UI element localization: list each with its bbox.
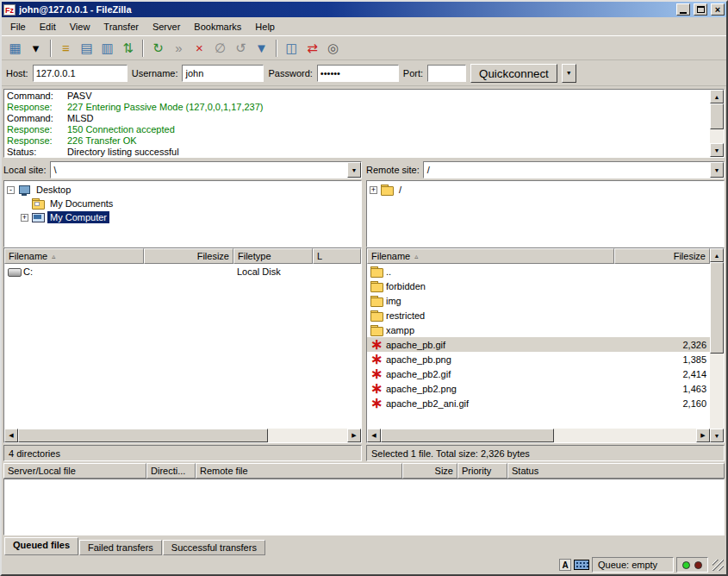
refresh-button[interactable]: ↻ [148,38,168,58]
password-input[interactable] [317,65,399,82]
tree-expander-icon[interactable]: - [7,186,15,194]
file-row[interactable]: xampp [367,322,710,337]
scroll-thumb[interactable] [710,262,724,354]
sync-browsing-button[interactable]: ⇄ [302,38,322,58]
remote-site-combobox[interactable]: / [423,161,725,178]
scroll-right-button[interactable] [347,429,361,442]
local-site-dropdown-button[interactable] [347,162,361,178]
scroll-left-button[interactable] [367,429,381,442]
process-queue-button[interactable]: » [169,38,189,58]
tree-expander-icon[interactable]: + [21,214,28,222]
scroll-up-button[interactable] [710,90,724,103]
message-log-toggle-button[interactable]: ≡ [56,38,76,58]
column-header-filesize[interactable]: Filesize [614,248,710,264]
resize-grip[interactable] [712,560,724,571]
column-header-l[interactable]: L [313,248,361,264]
column-header-directi[interactable]: Directi... [146,463,196,479]
minimize-button[interactable] [676,3,690,16]
menu-item-file[interactable]: File [3,19,33,34]
scroll-thumb[interactable] [18,429,268,442]
scroll-track[interactable] [381,429,696,442]
receive-activity-led-icon [682,561,690,569]
username-label: Username: [132,68,178,78]
remote-tree-toggle-button[interactable]: ▥ [97,38,117,58]
scroll-track[interactable] [710,103,724,143]
scroll-right-button[interactable] [696,429,710,442]
host-input[interactable] [33,65,128,82]
column-header-remote-file[interactable]: Remote file [196,463,402,479]
file-row[interactable]: apache_pb2.png1,463 [367,381,710,396]
menu-item-bookmarks[interactable]: Bookmarks [187,19,248,34]
file-row[interactable]: apache_pb.gif2,326 [367,337,710,352]
file-row[interactable]: restricted [367,308,710,322]
local-site-combobox[interactable]: \ [50,161,362,178]
file-row[interactable]: apache_pb.png1,385 [367,352,710,366]
filename-text: apache_pb.png [386,354,451,365]
file-row[interactable]: .. [367,264,710,279]
site-manager-dropdown-button[interactable]: ▾ [26,38,46,58]
log-scrollbar[interactable] [710,90,724,157]
remote-vscrollbar[interactable] [710,248,724,442]
close-button[interactable]: × [711,3,725,16]
tree-item[interactable]: -Desktop [4,183,361,197]
remote-site-dropdown-button[interactable] [710,162,724,178]
column-header-status[interactable]: Status [507,463,725,479]
quickconnect-button[interactable]: Quickconnect [470,64,557,83]
username-input[interactable] [182,65,264,82]
image-icon [370,339,383,350]
scroll-track[interactable] [710,262,724,429]
menu-item-transfer[interactable]: Transfer [96,19,146,34]
file-row[interactable]: C:Local Disk [4,264,361,279]
filesize-cell: 1,385 [614,354,710,365]
transfer-queue-toggle-button[interactable]: ⇅ [118,38,138,58]
remote-hscrollbar[interactable] [367,429,710,442]
scroll-thumb[interactable] [381,429,554,442]
file-row[interactable]: apache_pb2_ani.gif2,160 [367,396,710,410]
disconnect-button[interactable]: ∅ [210,38,230,58]
file-row[interactable]: apache_pb2.gif2,414 [367,366,710,381]
site-manager-button[interactable]: ▦ [5,38,25,58]
scroll-down-button[interactable] [710,143,724,157]
filename-text: apache_pb2.gif [386,369,451,379]
local-hscrollbar[interactable] [4,429,361,442]
column-header-filename[interactable]: Filename [4,248,144,264]
tree-item[interactable]: +My Documents [4,197,361,210]
titlebar[interactable]: Fz john@127.0.0.1 - FileZilla × [2,2,726,17]
quickconnect-dropdown-button[interactable] [562,64,576,83]
filter-button[interactable]: ▼ [252,38,271,58]
filename-cell: restricted [367,310,614,322]
cancel-button[interactable]: × [190,38,209,58]
menu-item-server[interactable]: Server [146,19,187,34]
menu-item-help[interactable]: Help [248,19,282,34]
filename-cell: forbidden [367,280,614,292]
maximize-button[interactable] [694,3,707,16]
menu-item-edit[interactable]: Edit [33,19,63,34]
scroll-thumb[interactable] [710,103,724,129]
menu-item-view[interactable]: View [63,19,97,34]
local-status-bar: 4 directories [3,445,362,461]
file-row[interactable]: img [367,293,710,308]
scroll-up-button[interactable] [710,248,724,262]
scroll-down-button[interactable] [710,429,724,442]
scroll-track[interactable] [18,429,347,442]
file-row[interactable]: forbidden [367,279,710,293]
tab-queued-files[interactable]: Queued files [4,537,78,555]
scroll-left-button[interactable] [4,429,18,442]
local-tree-toggle-button[interactable]: ▤ [77,38,96,58]
log-text: PASV [67,91,92,102]
port-input[interactable] [427,65,466,82]
column-header-filename[interactable]: Filename [367,248,614,264]
column-header-filetype[interactable]: Filetype [233,248,313,264]
column-header-filesize[interactable]: Filesize [144,248,233,264]
find-button[interactable]: ◎ [323,38,343,58]
compare-button[interactable]: ◫ [282,38,302,58]
tree-expander-icon[interactable]: + [370,186,377,194]
tab-successful-transfers[interactable]: Successful transfers [163,540,265,555]
tab-failed-transfers[interactable]: Failed transfers [79,540,162,555]
tree-item[interactable]: +/ [367,183,724,197]
column-header-size[interactable]: Size [402,463,457,479]
tree-item[interactable]: +My Computer [4,210,361,224]
column-header-priority[interactable]: Priority [457,463,507,479]
column-header-server-local-file[interactable]: Server/Local file [3,463,146,479]
reconnect-button[interactable]: ↺ [231,38,251,58]
